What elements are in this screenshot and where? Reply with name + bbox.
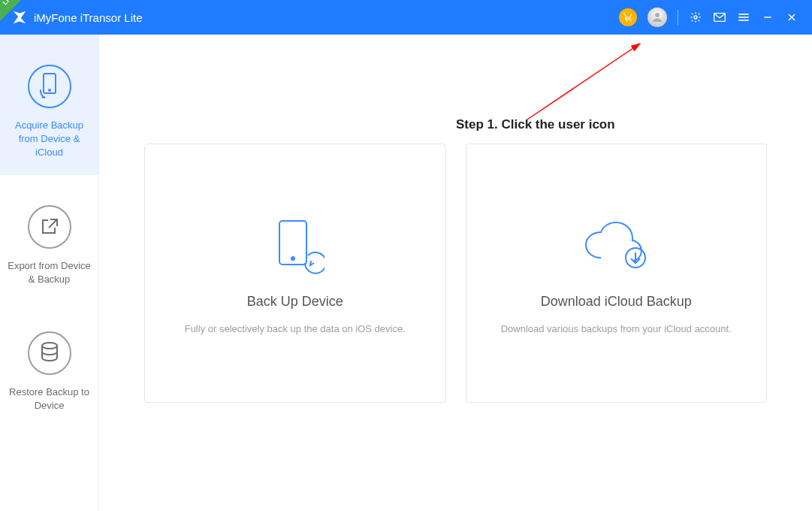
instruction-text: Step 1. Click the user icon bbox=[456, 117, 615, 132]
svg-point-1 bbox=[630, 20, 632, 22]
divider bbox=[678, 10, 678, 25]
card-download-icloud[interactable]: Download iCloud Backup Download various … bbox=[466, 144, 768, 403]
sidebar-item-label: Acquire Backup from Device & iCloud bbox=[15, 119, 83, 158]
app-title: iMyFone iTransor Lite bbox=[34, 11, 143, 24]
card-back-up-device[interactable]: Back Up Device Fully or selectively back… bbox=[144, 144, 446, 403]
device-icloud-icon bbox=[28, 65, 71, 108]
mail-icon[interactable] bbox=[713, 12, 726, 23]
close-button[interactable] bbox=[785, 12, 798, 23]
titlebar-controls bbox=[619, 8, 798, 27]
sidebar-item-label: Export from Device & Backup bbox=[8, 260, 91, 285]
gear-icon[interactable] bbox=[689, 11, 702, 23]
svg-line-14 bbox=[527, 44, 640, 119]
svg-point-2 bbox=[655, 13, 660, 17]
sidebar-item-label: Restore Backup to Device bbox=[9, 386, 89, 411]
cart-icon[interactable] bbox=[619, 8, 637, 26]
card-subtitle: Fully or selectively back up the data on… bbox=[185, 323, 406, 334]
sidebar-item-acquire-backup[interactable]: Acquire Backup from Device & iCloud bbox=[0, 35, 98, 175]
phone-refresh-icon bbox=[266, 213, 324, 280]
svg-point-16 bbox=[291, 257, 294, 260]
main-content: Step 1. Click the user icon Back Up Devi… bbox=[99, 35, 812, 511]
sidebar-item-export[interactable]: Export from Device & Backup bbox=[0, 175, 98, 301]
svg-point-0 bbox=[626, 20, 627, 22]
svg-point-13 bbox=[42, 343, 57, 349]
cloud-download-icon bbox=[578, 213, 654, 280]
svg-point-12 bbox=[49, 89, 50, 91]
minimize-button[interactable] bbox=[761, 12, 774, 23]
sidebar: Acquire Backup from Device & iCloud Expo… bbox=[0, 35, 99, 511]
menu-icon[interactable] bbox=[737, 12, 750, 23]
option-cards: Back Up Device Fully or selectively back… bbox=[144, 144, 767, 403]
card-title: Download iCloud Backup bbox=[541, 294, 692, 310]
card-subtitle: Download various backups from your iClou… bbox=[501, 323, 732, 334]
export-icon bbox=[28, 205, 71, 249]
app-logo: iMyFone iTransor Lite bbox=[11, 9, 143, 26]
svg-point-3 bbox=[694, 16, 697, 19]
card-title: Back Up Device bbox=[247, 294, 343, 310]
titlebar: LITE iMyFone iTransor Lite bbox=[0, 0, 812, 35]
user-icon[interactable] bbox=[647, 8, 667, 27]
sidebar-item-restore[interactable]: Restore Backup to Device bbox=[0, 301, 98, 428]
database-icon bbox=[28, 331, 71, 375]
